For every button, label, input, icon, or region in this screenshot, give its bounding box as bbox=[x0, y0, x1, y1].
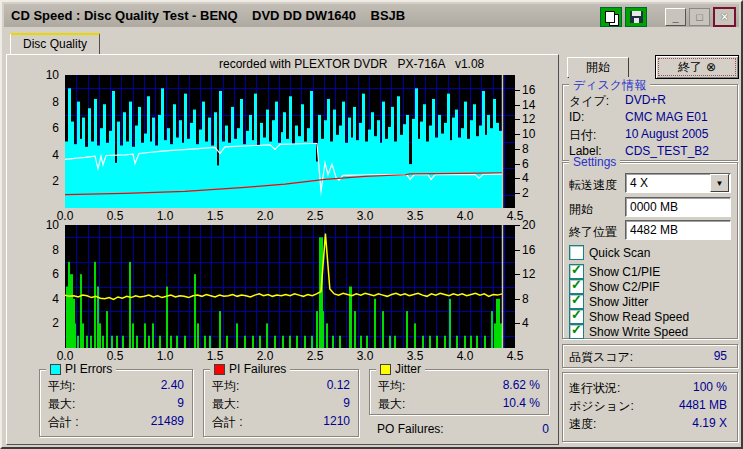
quality-score-label: 品質スコア: bbox=[569, 349, 633, 366]
side-panel: 開始 終了 ⊗ ディスク情報 タイプ:DVD+R ID:CMC MAG E01 … bbox=[560, 52, 742, 449]
stat-value: 2.40 bbox=[161, 378, 184, 395]
axis-tick-label: 8 bbox=[39, 95, 59, 109]
pi-failures-panel: PI Failures 平均:0.12 最大:9 合計 :1210 bbox=[203, 369, 359, 437]
start-button-label: 開始 bbox=[586, 59, 610, 76]
axis-tick-label: 4.5 bbox=[500, 349, 530, 363]
title-bar[interactable]: CD Speed : Disc Quality Test - BENQ DVD … bbox=[4, 4, 739, 27]
axis-tick-label: 4.0 bbox=[450, 209, 480, 223]
close-button[interactable]: × bbox=[713, 7, 736, 27]
pi-failures-jitter-chart bbox=[65, 225, 515, 348]
checkbox-show-write-speed[interactable]: Show Write Speed bbox=[569, 324, 688, 339]
start-mb-input[interactable] bbox=[625, 197, 731, 217]
speed-select[interactable]: 4 X ▼ bbox=[625, 173, 731, 193]
checkbox-show-read-speed[interactable]: Show Read Speed bbox=[569, 309, 689, 324]
progress-value: 100 % bbox=[693, 380, 727, 394]
start-button[interactable]: 開始 bbox=[567, 57, 629, 78]
stat-label: 最大: bbox=[378, 396, 405, 413]
axis-tick-label: 12 bbox=[522, 267, 542, 281]
copy-button[interactable] bbox=[600, 7, 622, 27]
disc-id-label: ID: bbox=[569, 110, 584, 124]
axis-tick-label: 1.5 bbox=[200, 349, 230, 363]
axis-tick-label: 4 bbox=[522, 316, 542, 330]
quality-score-value: 95 bbox=[714, 349, 727, 363]
axis-tick-mark bbox=[515, 164, 520, 165]
axis-tick-label: 4 bbox=[39, 148, 59, 162]
stat-label: 平均: bbox=[48, 378, 75, 395]
end-mb-input[interactable] bbox=[625, 220, 731, 240]
axis-tick-mark bbox=[515, 134, 520, 135]
axis-tick-label: 8 bbox=[522, 142, 542, 156]
axis-tick-label: 6 bbox=[39, 267, 59, 281]
po-failures-row: PO Failures: 0 bbox=[377, 422, 549, 436]
axis-tick-label: 10 bbox=[39, 218, 59, 232]
disc-type-label: タイプ: bbox=[569, 93, 609, 110]
axis-tick-label: 10 bbox=[39, 68, 59, 82]
axis-tick-label: 0.5 bbox=[100, 349, 130, 363]
position-label: ポジション: bbox=[569, 398, 634, 415]
checkbox-show-c1-pie[interactable]: Show C1/PIE bbox=[569, 264, 660, 279]
axis-tick-label: 0.5 bbox=[100, 209, 130, 223]
app-window: CD Speed : Disc Quality Test - BENQ DVD … bbox=[0, 0, 743, 449]
stat-value: 10.4 % bbox=[503, 396, 540, 413]
stat-value: 8.62 % bbox=[503, 378, 540, 395]
axis-tick-label: 4 bbox=[39, 292, 59, 306]
settings-group: Settings 転送速度 4 X ▼ 開始 終了位置 Quick Scan S… bbox=[562, 162, 738, 339]
axis-tick-mark bbox=[515, 90, 520, 91]
speed-readout-value: 4.19 X bbox=[692, 416, 727, 430]
axis-tick-label: 2.0 bbox=[250, 349, 280, 363]
checkbox-quick-scan[interactable]: Quick Scan bbox=[569, 245, 650, 260]
checkbox-label: Quick Scan bbox=[589, 246, 650, 260]
exit-icon: ⊗ bbox=[706, 60, 716, 74]
pi-failures-legend-label: PI Failures bbox=[229, 362, 286, 376]
disc-id-value: CMC MAG E01 bbox=[625, 110, 708, 124]
axis-tick-mark bbox=[515, 193, 520, 194]
stat-label: 平均: bbox=[212, 378, 239, 395]
axis-tick-label: 4.0 bbox=[450, 349, 480, 363]
pi-errors-legend-swatch bbox=[50, 364, 61, 375]
speed-label: 転送速度 bbox=[569, 177, 617, 194]
axis-tick-label: 2.5 bbox=[300, 209, 330, 223]
axis-tick-label: 10 bbox=[522, 127, 542, 141]
disc-date-value: 10 August 2005 bbox=[625, 127, 708, 141]
axis-tick-mark bbox=[515, 299, 520, 300]
stat-value: 9 bbox=[177, 396, 184, 413]
pi-failures-legend-swatch bbox=[214, 364, 225, 375]
tab-disc-quality[interactable]: Disc Quality bbox=[10, 33, 100, 54]
checkbox-show-c2-pif[interactable]: Show C2/PIF bbox=[569, 279, 660, 294]
disc-label-value: CDS_TEST_B2 bbox=[625, 144, 709, 158]
minimize-button[interactable]: _ bbox=[665, 8, 686, 26]
stat-label: 最大: bbox=[212, 396, 239, 413]
axis-tick-label: 14 bbox=[522, 98, 542, 112]
disc-date-label: 日付: bbox=[569, 127, 596, 144]
axis-tick-label: 8 bbox=[39, 243, 59, 257]
axis-tick-label: 2.0 bbox=[250, 209, 280, 223]
exit-button-label: 終了 bbox=[678, 59, 702, 76]
axis-tick-label: 8 bbox=[522, 292, 542, 306]
jitter-panel: Jitter 平均:8.62 % 最大:10.4 % bbox=[369, 369, 549, 415]
axis-tick-label: 2 bbox=[39, 316, 59, 330]
chevron-down-icon[interactable]: ▼ bbox=[710, 174, 729, 192]
axis-tick-label: 1.0 bbox=[150, 349, 180, 363]
progress-box: 進行状況:100 % ポジション:4481 MB 速度:4.19 X bbox=[562, 372, 738, 442]
save-button[interactable] bbox=[625, 7, 647, 27]
maximize-button[interactable]: □ bbox=[689, 8, 710, 26]
exit-button[interactable]: 終了 ⊗ bbox=[655, 55, 739, 79]
axis-tick-mark bbox=[515, 119, 520, 120]
copy-icon bbox=[605, 11, 617, 24]
window-title: CD Speed : Disc Quality Test - BENQ DVD … bbox=[11, 8, 405, 23]
disc-type-value: DVD+R bbox=[625, 93, 666, 107]
jitter-legend-swatch bbox=[380, 364, 391, 375]
stat-value: 0.12 bbox=[327, 378, 350, 395]
checkbox-label: Show Write Speed bbox=[589, 325, 688, 339]
speed-select-value: 4 X bbox=[626, 176, 710, 190]
axis-tick-label: 20 bbox=[522, 218, 542, 232]
pi-errors-chart bbox=[65, 75, 515, 208]
minimize-icon: _ bbox=[672, 11, 678, 23]
axis-tick-label: 3.5 bbox=[400, 209, 430, 223]
checkbox-label: Show Read Speed bbox=[589, 310, 689, 324]
position-value: 4481 MB bbox=[679, 398, 727, 412]
pi-errors-legend-label: PI Errors bbox=[65, 362, 112, 376]
axis-tick-label: 2 bbox=[39, 174, 59, 188]
axis-tick-mark bbox=[515, 149, 520, 150]
stat-label: 平均: bbox=[378, 378, 405, 395]
